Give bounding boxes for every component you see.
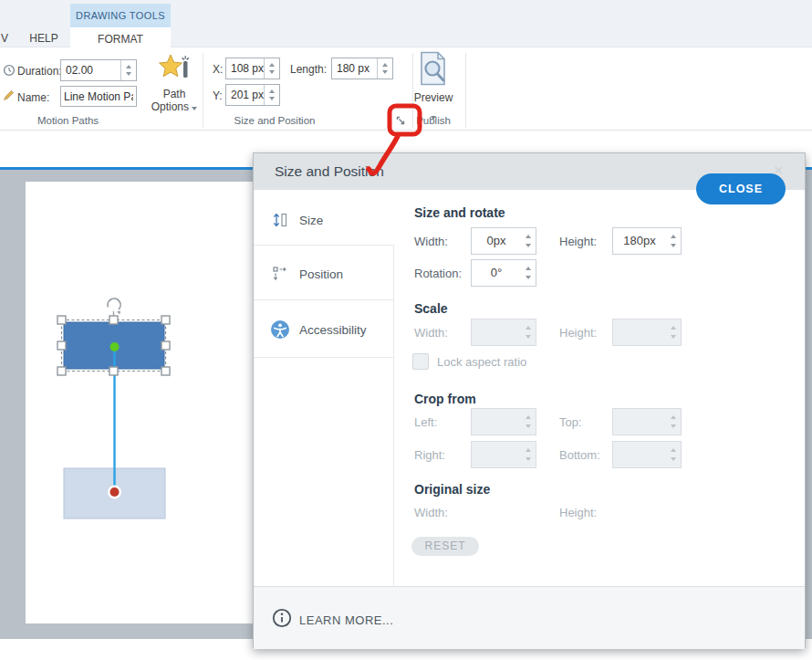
name-label: Name: [17, 91, 49, 104]
sidebar-item-size[interactable]: Size [254, 194, 393, 246]
motion-path-graphics [36, 288, 219, 525]
publish-group-label: Publish [410, 115, 457, 126]
contextual-tab-header: DRAWING TOOLS [70, 4, 171, 27]
x-stepper[interactable]: 108 px [225, 58, 280, 79]
scale-width-label: Width: [414, 326, 448, 340]
y-spin-buttons[interactable] [264, 85, 279, 105]
original-width-label: Width: [414, 506, 448, 519]
scale-height-stepper [612, 319, 682, 346]
duration-spin-buttons[interactable] [120, 60, 136, 80]
crop-bottom-label: Bottom: [559, 448, 600, 462]
rotation-label: Rotation: [414, 267, 462, 280]
reset-button[interactable]: RESET [411, 537, 479, 556]
size-position-group-label: Size and Position [210, 115, 339, 126]
x-value[interactable]: 108 px [226, 58, 264, 79]
duration-label: Duration: [17, 65, 62, 78]
length-stepper[interactable]: 180 px [331, 58, 393, 79]
duration-stepper[interactable]: 02.00 [60, 59, 137, 81]
crop-top-stepper [612, 408, 682, 435]
dialog-title: Size and Position [275, 153, 384, 190]
position-icon [270, 265, 290, 283]
group-divider [203, 53, 203, 128]
crop-bottom-stepper [612, 441, 682, 468]
section-heading-size-rotate: Size and rotate [414, 205, 505, 220]
sidebar-divider [254, 245, 393, 246]
size-icon [270, 211, 290, 229]
y-stepper[interactable]: 201 px [225, 84, 280, 106]
duration-value[interactable]: 02.00 [61, 60, 120, 80]
crop-top-label: Top: [559, 415, 582, 429]
size-and-position-dialog: Size and Position × Size Position Access… [253, 152, 806, 648]
tab-view-partial[interactable]: V [1, 30, 12, 47]
learn-more-link[interactable]: LEARN MORE... [272, 608, 393, 632]
preview-icon [417, 75, 450, 90]
group-divider [465, 53, 466, 128]
pencil-icon [1, 89, 15, 107]
length-spin-buttons[interactable] [377, 58, 392, 79]
rotation-value[interactable]: 0° [472, 260, 521, 286]
height-value[interactable]: 180px [613, 228, 666, 254]
crop-right-stepper [471, 441, 536, 468]
width-value[interactable]: 0px [472, 228, 521, 254]
sidebar-content-divider [393, 245, 394, 586]
accessibility-icon [270, 320, 290, 340]
x-label: X: [213, 63, 223, 76]
close-button[interactable]: CLOSE [696, 173, 786, 204]
sidebar-item-position[interactable]: Position [254, 247, 393, 300]
crop-left-stepper [471, 408, 536, 435]
rotation-stepper[interactable]: 0° [471, 259, 536, 287]
height-stepper[interactable]: 180px [612, 227, 682, 255]
lock-aspect-ratio-checkbox [412, 353, 429, 370]
preview-label: Preview [410, 91, 457, 104]
y-label: Y: [213, 89, 223, 102]
sidebar-divider [254, 299, 393, 300]
section-heading-scale: Scale [414, 301, 448, 316]
info-icon [272, 608, 292, 632]
motion-path-end-dot[interactable] [110, 487, 120, 497]
scale-width-stepper [471, 319, 536, 346]
y-value[interactable]: 201 px [226, 85, 264, 105]
scale-height-label: Height: [559, 326, 597, 340]
motion-paths-group-label: Motion Paths [25, 115, 111, 126]
clock-icon [3, 64, 16, 80]
original-height-label: Height: [559, 506, 597, 519]
length-value[interactable]: 180 px [332, 58, 377, 79]
rotation-handle[interactable] [108, 299, 120, 316]
width-stepper[interactable]: 0px [471, 227, 536, 255]
width-label: Width: [414, 235, 448, 248]
crop-right-label: Right: [414, 448, 445, 462]
preview-button[interactable]: Preview [410, 51, 457, 111]
height-label: Height: [559, 235, 597, 248]
app-window: V HELP DRAWING TOOLS FORMAT Duration: 02… [0, 0, 812, 660]
sidebar-item-accessibility[interactable]: Accessibility [254, 303, 393, 356]
x-spin-buttons[interactable] [264, 58, 279, 79]
section-heading-original-size: Original size [414, 482, 490, 497]
chevron-down-icon [192, 107, 197, 110]
name-input[interactable] [60, 86, 137, 107]
star-wand-icon [156, 71, 193, 87]
tab-help[interactable]: HELP [24, 30, 64, 47]
height-spin-buttons[interactable] [666, 228, 681, 254]
motion-path-start-dot[interactable] [110, 342, 120, 351]
path-options-label-line1: Path [149, 88, 200, 100]
length-label: Length: [290, 63, 327, 76]
section-heading-crop: Crop from [414, 392, 476, 406]
dialog-launcher-icon[interactable] [394, 114, 407, 131]
path-options-button[interactable]: Path Options [149, 53, 200, 126]
width-spin-buttons[interactable] [521, 228, 536, 254]
path-options-label-line2: Options [149, 100, 200, 113]
rotation-spin-buttons[interactable] [521, 260, 536, 286]
crop-left-label: Left: [414, 415, 437, 429]
sidebar-divider [254, 357, 393, 358]
lock-aspect-ratio-label: Lock aspect ratio [437, 355, 526, 369]
